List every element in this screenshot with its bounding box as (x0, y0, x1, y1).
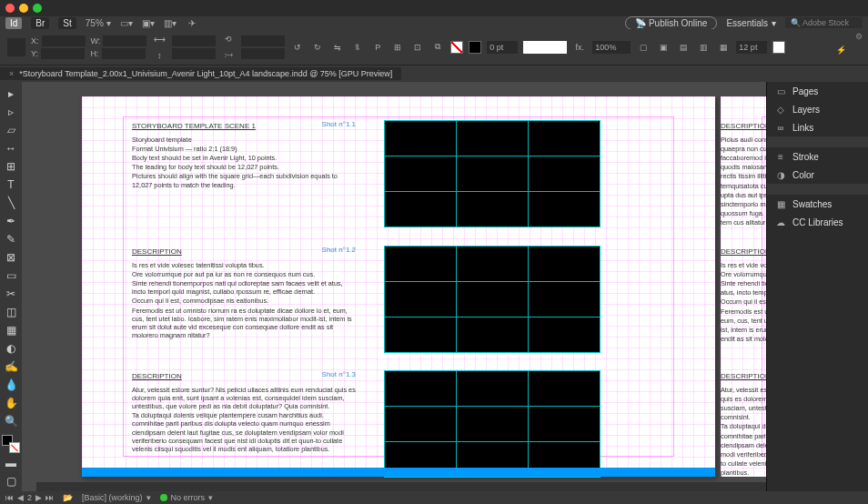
rotate-icon[interactable]: ⟲ (221, 32, 236, 46)
text-wrap-1-icon[interactable]: ▢ (636, 40, 651, 55)
rectangle-tool[interactable]: ▭ (3, 267, 19, 284)
selection-tool[interactable]: ▸ (3, 86, 19, 102)
app-indesign[interactable]: Id (5, 17, 22, 29)
rectangle-frame-tool[interactable]: ⊠ (3, 249, 19, 266)
maximize-window[interactable] (33, 4, 42, 13)
gradient-feather-tool[interactable]: ◐ (3, 340, 19, 357)
preflight-status[interactable]: No errors▾ (160, 493, 214, 502)
document-tab[interactable]: × *Storyboard Template_2.00x1_Univisium_… (0, 67, 401, 80)
pencil-tool[interactable]: ✎ (3, 231, 19, 247)
next-page-icon[interactable]: ▶ (35, 493, 42, 502)
panel-links[interactable]: ∞Links (767, 118, 868, 136)
pen-tool[interactable]: ✒ (3, 213, 19, 229)
page-2[interactable]: DESCRIPTIONPicius audi conseququaepra no… (721, 96, 766, 477)
text-wrap-2-icon[interactable]: ▣ (656, 40, 671, 55)
flip-h-icon[interactable]: ⇋ (330, 40, 345, 55)
container-select-icon[interactable]: P (370, 40, 385, 55)
panel-cc-libraries[interactable]: ☁CC Libraries (767, 213, 868, 231)
gradient-swatch-tool[interactable]: ▦ (3, 322, 19, 338)
close-window[interactable] (5, 4, 15, 13)
ruler-horizontal[interactable] (36, 82, 766, 96)
opt1-icon[interactable]: ⊞ (390, 40, 405, 55)
arrange-docs-icon[interactable]: ▥▾ (164, 16, 177, 29)
prev-page-icon[interactable]: ◀ (17, 493, 24, 502)
rotate-input[interactable] (241, 35, 285, 46)
line-tool[interactable]: ╲ (3, 195, 19, 211)
text-wrap-4-icon[interactable]: ▥ (696, 40, 711, 55)
h-input[interactable] (102, 48, 146, 59)
gpu-perf-icon[interactable]: ✈ (186, 16, 198, 29)
scale-x-input[interactable] (172, 35, 216, 46)
hand-tool[interactable]: ✋ (3, 395, 19, 411)
scissors-tool[interactable]: ✂ (3, 286, 19, 302)
reference-point[interactable] (7, 38, 25, 56)
scale-y-input[interactable] (172, 48, 216, 59)
close-tab-icon[interactable]: × (9, 69, 14, 78)
last-page-icon[interactable]: ⏭ (45, 493, 54, 502)
font-size[interactable]: 12 pt (736, 41, 767, 54)
app-bridge[interactable]: Br (31, 17, 49, 29)
eyedropper-tool[interactable]: 💧 (3, 377, 19, 393)
screen-mode-icon[interactable]: ▣▾ (142, 16, 155, 29)
note-tool[interactable]: ✍ (3, 358, 19, 375)
direct-selection-tool[interactable]: ▹ (3, 104, 19, 120)
image-frame[interactable] (384, 370, 601, 478)
type-tool[interactable]: T (3, 176, 19, 193)
first-page-icon[interactable]: ⏮ (5, 493, 14, 502)
zoom-level[interactable]: 75%▾ (86, 18, 111, 28)
panel-swatches[interactable]: ▦Swatches (767, 195, 868, 213)
fx-icon[interactable]: fx. (572, 40, 587, 55)
shear-icon[interactable]: ⧴ (221, 48, 236, 63)
gap-tool[interactable]: ↔ (3, 140, 19, 156)
publish-online-button[interactable]: 📡 Publish Online (625, 16, 717, 30)
rotate-cw-icon[interactable]: ↻ (310, 40, 325, 55)
ruler-vertical[interactable] (22, 82, 36, 491)
fill-swatch[interactable] (450, 41, 463, 54)
app-story[interactable]: St (58, 17, 76, 29)
page-1[interactable]: STORYBOARD TEMPLATE SCENE 1Shot n°1.1Sto… (82, 96, 715, 477)
x-input[interactable] (42, 35, 86, 46)
panel-color[interactable]: ◑Color (767, 166, 868, 184)
panel-layers[interactable]: ◇Layers (767, 100, 868, 118)
workspace-switcher[interactable]: Essentials▾ (726, 18, 776, 28)
panel-settings-icon[interactable]: ⚙ (855, 32, 863, 41)
opt2-icon[interactable]: ⊡ (410, 40, 425, 55)
open-icon[interactable]: 📂 (63, 493, 73, 502)
stock-search[interactable]: 🔍 Adobe Stock (785, 17, 863, 28)
stroke-style[interactable] (523, 41, 567, 54)
view-options-icon[interactable]: ▭▾ (120, 16, 133, 29)
stroke-swatch[interactable] (469, 41, 481, 54)
page-navigator[interactable]: ⏮ ◀ 2 ▶ ⏭ (5, 493, 54, 502)
image-frame[interactable] (384, 120, 601, 227)
image-frame[interactable] (384, 246, 601, 353)
rotate-ccw-icon[interactable]: ↺ (290, 40, 305, 55)
y-input[interactable] (41, 48, 85, 59)
text-fill[interactable] (772, 41, 785, 54)
text-wrap-5-icon[interactable]: ▦ (716, 40, 731, 55)
panel-stroke[interactable]: ≡Stroke (767, 147, 868, 166)
w-input[interactable] (103, 35, 146, 46)
scrollbar-horizontal[interactable] (36, 482, 766, 491)
text-wrap-3-icon[interactable]: ▤ (676, 40, 691, 55)
apply-color[interactable]: ▬ (3, 455, 19, 471)
flip-v-icon[interactable]: ⥮ (350, 40, 365, 55)
zoom-tool[interactable]: 🔍 (3, 413, 19, 429)
fill-stroke-proxy[interactable] (2, 435, 20, 453)
content-collector-tool[interactable]: ⊞ (3, 158, 19, 175)
scale-y-icon[interactable]: ↕ (152, 48, 167, 63)
shear-input[interactable] (241, 48, 285, 59)
panel-label: Stroke (792, 152, 819, 162)
scale-x-icon[interactable]: ⟷ (152, 32, 167, 46)
page-tool[interactable]: ▱ (3, 122, 19, 138)
opt3-icon[interactable]: ⧉ (430, 40, 445, 55)
canvas[interactable]: STORYBOARD TEMPLATE SCENE 1Shot n°1.1Sto… (22, 82, 766, 491)
view-mode[interactable]: ▢ (3, 473, 19, 489)
panel-pages[interactable]: ▭Pages (767, 82, 868, 100)
paragraph-style[interactable]: [Basic] (working)▾ (82, 493, 151, 502)
stroke-weight[interactable]: 0 pt (487, 41, 518, 54)
opacity[interactable]: 100% (592, 41, 631, 54)
minimize-window[interactable] (19, 4, 28, 13)
free-transform-tool[interactable]: ◫ (3, 304, 19, 320)
current-page[interactable]: 2 (27, 493, 32, 502)
quick-apply-icon[interactable]: ⚡ (836, 45, 846, 55)
